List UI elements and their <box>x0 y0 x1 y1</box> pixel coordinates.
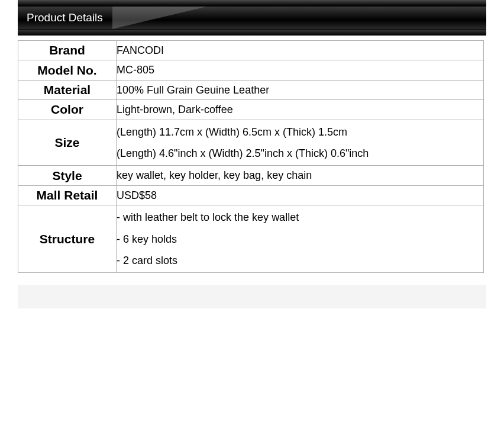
row-label-structure: Structure <box>18 205 117 273</box>
header-top-strip <box>18 0 486 6</box>
row-value-brand: FANCODI <box>117 41 484 60</box>
row-label-style: Style <box>18 166 117 185</box>
table-row: Size (Length) 11.7cm x (Width) 6.5cm x (… <box>18 120 484 166</box>
row-value-color: Light-brown, Dark-coffee <box>117 100 484 120</box>
footer-shade <box>18 285 486 308</box>
specification-table: Brand FANCODI Model No. MC-805 Material … <box>18 40 484 273</box>
row-value-mall-retail: USD$58 <box>117 185 484 205</box>
header-banner: Product Details <box>18 0 486 36</box>
table-row: Style key wallet, key holder, key bag, k… <box>18 166 484 185</box>
row-label-material: Material <box>18 80 117 99</box>
row-label-brand: Brand <box>18 41 117 60</box>
structure-line-3: - 2 card slots <box>117 251 483 270</box>
row-value-style: key wallet, key holder, key bag, key cha… <box>117 166 484 185</box>
size-line-2: (Length) 4.6"inch x (Width) 2.5"inch x (… <box>117 144 483 163</box>
size-line-1: (Length) 11.7cm x (Width) 6.5cm x (Thick… <box>117 123 483 141</box>
table-row: Material 100% Full Grain Geuine Leather <box>18 80 484 99</box>
row-value-model: MC-805 <box>117 60 484 80</box>
row-value-structure: - with leather belt to lock the key wall… <box>117 205 484 273</box>
product-details-title: Product Details <box>18 11 103 24</box>
header-bottom-strip <box>18 30 486 36</box>
table-row: Mall Retail USD$58 <box>18 185 484 205</box>
table-row: Structure - with leather belt to lock th… <box>18 205 484 273</box>
structure-line-2: - 6 key holds <box>117 230 483 249</box>
row-value-size: (Length) 11.7cm x (Width) 6.5cm x (Thick… <box>117 120 484 166</box>
row-value-material: 100% Full Grain Geuine Leather <box>117 80 484 99</box>
title-bar: Product Details <box>18 7 486 29</box>
table-row: Model No. MC-805 <box>18 60 484 80</box>
row-label-mall-retail: Mall Retail <box>18 185 117 205</box>
row-label-color: Color <box>18 100 117 120</box>
table-row: Color Light-brown, Dark-coffee <box>18 100 484 120</box>
row-label-size: Size <box>18 120 117 166</box>
title-accent-shape <box>112 7 207 29</box>
table-row: Brand FANCODI <box>18 41 484 60</box>
row-label-model: Model No. <box>18 60 117 80</box>
structure-line-1: - with leather belt to lock the key wall… <box>117 208 483 227</box>
